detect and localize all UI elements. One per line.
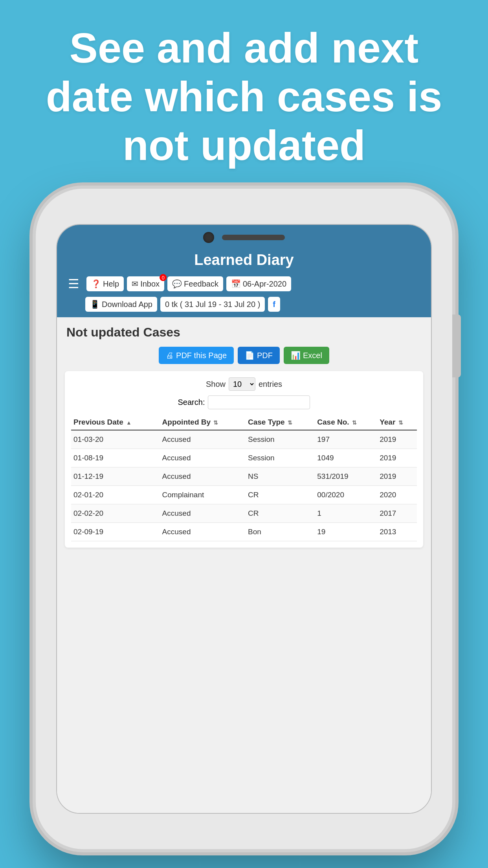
calendar-icon: 📅 <box>231 279 241 289</box>
cell-appointed-by: Accused <box>160 504 246 523</box>
nav-row-1: ☰ ❓ Help ✉ Inbox 0 💬 <box>65 275 423 293</box>
hero-title: See and add next date which cases is not… <box>31 24 457 170</box>
cell-previous-date: 02-09-19 <box>71 523 160 541</box>
balance-label: 0 tk ( 31 Jul 19 - 31 Jul 20 ) <box>165 300 260 309</box>
entries-label: entries <box>259 380 282 389</box>
pdf-button[interactable]: 📄 PDF <box>238 347 280 364</box>
cell-case-no: 19 <box>315 523 377 541</box>
col-case-type[interactable]: Case Type ⇅ <box>246 415 315 430</box>
show-label: Show <box>206 380 226 389</box>
feedback-icon: 💬 <box>172 279 182 289</box>
cell-year: 2019 <box>377 430 417 449</box>
app-title-rest: Diary <box>252 252 294 268</box>
feedback-label: Feedback <box>184 280 218 289</box>
search-label: Search: <box>178 398 205 407</box>
hamburger-menu[interactable]: ☰ <box>65 275 83 293</box>
cell-case-type: Bon <box>246 523 315 541</box>
download-app-label: Download App <box>102 300 152 309</box>
cell-case-no: 1 <box>315 504 377 523</box>
nav-buttons-row1: ❓ Help ✉ Inbox 0 💬 Feedback <box>86 276 423 291</box>
speaker <box>222 235 285 240</box>
cell-appointed-by: Accused <box>160 467 246 486</box>
date-button[interactable]: 📅 06-Apr-2020 <box>226 276 291 291</box>
inbox-badge: 0 <box>160 274 167 281</box>
nav-row-2: 📱 Download App 0 tk ( 31 Jul 19 - 31 Jul… <box>65 297 423 312</box>
header-row: Previous Date ▲ Appointed By ⇅ Case Type… <box>71 415 417 430</box>
table-row: 02-01-20 Complainant CR 00/2020 2020 <box>71 486 417 504</box>
sort-case-no-icon: ⇅ <box>352 419 357 426</box>
search-input[interactable] <box>208 395 310 409</box>
cell-appointed-by: Accused <box>160 430 246 449</box>
pdf-this-page-button[interactable]: 🖨 PDF this Page <box>159 347 234 364</box>
table-row: 01-08-19 Accused Session 1049 2019 <box>71 449 417 467</box>
search-row: Search: <box>71 395 417 409</box>
cell-case-type: Session <box>246 449 315 467</box>
hero-section: See and add next date which cases is not… <box>0 0 488 186</box>
sort-appointed-by-icon: ⇅ <box>213 419 218 426</box>
pdf-page-label: PDF this Page <box>176 351 227 360</box>
cell-previous-date: 01-08-19 <box>71 449 160 467</box>
table-row: 01-12-19 Accused NS 531/2019 2019 <box>71 467 417 486</box>
cell-year: 2013 <box>377 523 417 541</box>
help-label: Help <box>103 280 119 289</box>
cell-previous-date: 01-03-20 <box>71 430 160 449</box>
cell-year: 2019 <box>377 467 417 486</box>
download-icon: 📱 <box>90 300 100 309</box>
pdf-icon: 📄 <box>245 351 255 360</box>
cell-case-no: 531/2019 <box>315 467 377 486</box>
cell-case-no: 1049 <box>315 449 377 467</box>
col-case-no[interactable]: Case No. ⇅ <box>315 415 377 430</box>
cell-case-no: 00/2020 <box>315 486 377 504</box>
cell-case-type: Session <box>246 430 315 449</box>
date-label: 06-Apr-2020 <box>243 280 286 289</box>
cell-case-type: CR <box>246 504 315 523</box>
cell-case-no: 197 <box>315 430 377 449</box>
cell-previous-date: 02-02-20 <box>71 504 160 523</box>
inbox-label: Inbox <box>140 280 160 289</box>
download-app-button[interactable]: 📱 Download App <box>85 297 157 312</box>
col-appointed-by[interactable]: Appointed By ⇅ <box>160 415 246 430</box>
table-row: 02-09-19 Accused Bon 19 2013 <box>71 523 417 541</box>
table-section: Show 10 25 50 100 entries Search: <box>65 371 423 548</box>
pdf-page-icon: 🖨 <box>166 351 174 360</box>
help-icon: ❓ <box>91 279 101 289</box>
app-content: Not updated Cases 🖨 PDF this Page 📄 PDF … <box>57 317 431 814</box>
help-button[interactable]: ❓ Help <box>86 276 124 291</box>
camera <box>203 232 214 243</box>
feedback-button[interactable]: 💬 Feedback <box>167 276 223 291</box>
phone-mockup: Learned Diary ☰ ❓ Help ✉ Inbox 0 <box>36 189 452 849</box>
phone-screen: Learned Diary ☰ ❓ Help ✉ Inbox 0 <box>56 224 432 814</box>
app-title-bold: Learned <box>194 252 252 268</box>
pdf-label: PDF <box>257 351 273 360</box>
page-title: Not updated Cases <box>65 325 423 340</box>
data-table: Previous Date ▲ Appointed By ⇅ Case Type… <box>71 415 417 541</box>
inbox-icon: ✉ <box>132 279 138 289</box>
facebook-icon: f <box>273 300 275 309</box>
excel-label: Excel <box>303 351 322 360</box>
sort-year-icon: ⇅ <box>398 419 403 426</box>
show-entries-row: Show 10 25 50 100 entries <box>71 377 417 391</box>
cell-appointed-by: Accused <box>160 449 246 467</box>
sort-case-type-icon: ⇅ <box>288 419 292 426</box>
table-row: 02-02-20 Accused CR 1 2017 <box>71 504 417 523</box>
table-header: Previous Date ▲ Appointed By ⇅ Case Type… <box>71 415 417 430</box>
cell-case-type: NS <box>246 467 315 486</box>
table-row: 01-03-20 Accused Session 197 2019 <box>71 430 417 449</box>
inbox-button[interactable]: ✉ Inbox <box>127 276 164 291</box>
col-previous-date[interactable]: Previous Date ▲ <box>71 415 160 430</box>
cell-year: 2017 <box>377 504 417 523</box>
cell-appointed-by: Complainant <box>160 486 246 504</box>
cell-case-type: CR <box>246 486 315 504</box>
action-bar: 🖨 PDF this Page 📄 PDF 📊 Excel <box>65 347 423 364</box>
cell-previous-date: 02-01-20 <box>71 486 160 504</box>
phone-notch <box>203 232 285 243</box>
col-year[interactable]: Year ⇅ <box>377 415 417 430</box>
inbox-wrapper: ✉ Inbox 0 <box>127 276 164 291</box>
sort-previous-date-icon: ▲ <box>126 419 132 426</box>
facebook-button[interactable]: f <box>268 297 280 312</box>
cell-year: 2019 <box>377 449 417 467</box>
cell-previous-date: 01-12-19 <box>71 467 160 486</box>
excel-button[interactable]: 📊 Excel <box>284 347 329 364</box>
balance-button[interactable]: 0 tk ( 31 Jul 19 - 31 Jul 20 ) <box>160 297 265 312</box>
entries-select[interactable]: 10 25 50 100 <box>229 377 255 391</box>
